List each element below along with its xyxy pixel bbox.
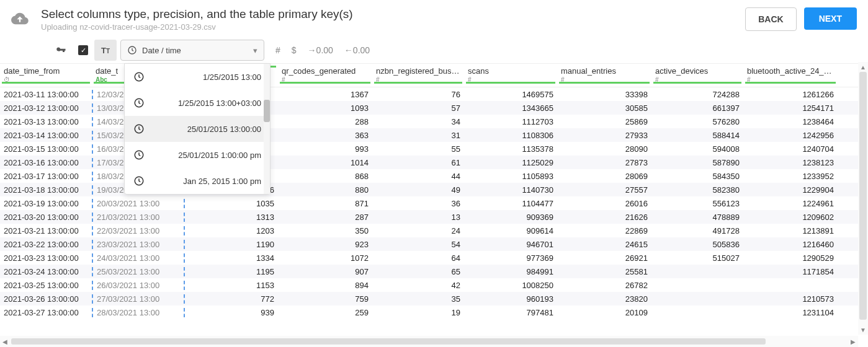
cell: 2021-03-15 13:00:00 [0,144,92,154]
wizard-buttons: BACK NEXT [745,7,857,31]
cell: 1224961 [743,199,838,208]
back-button[interactable]: BACK [745,7,796,31]
cell: 1238123 [743,158,838,167]
cell: 661397 [651,103,743,113]
cell: 25/03/2021 13:00 [92,267,185,276]
table-row: 2021-03-19 13:00:0020/03/2021 13:0010358… [0,196,868,210]
cell: 1153 [185,281,278,290]
key-icon[interactable] [50,40,72,61]
cell: 24 [372,226,464,235]
cell: 49 [372,185,464,195]
cell: 1240704 [743,144,838,154]
next-button[interactable]: NEXT [804,7,857,30]
dropdown-scrollbar[interactable] [264,64,270,194]
cell: 42 [372,281,464,290]
cell: 61 [372,158,464,167]
column-type-dropdown[interactable]: Date / time ▾ [120,40,264,61]
cell: 27/03/2021 13:00 [92,294,185,304]
cell: 478889 [651,213,743,222]
cell: 44 [372,172,464,181]
cell: 288 [278,117,372,126]
cell: 30585 [557,103,651,113]
cell: 21626 [557,213,651,222]
cell: 13 [372,213,464,222]
cell: 1035 [185,199,278,208]
type-number[interactable]: # [275,45,280,55]
cell: 28090 [557,144,651,154]
cell: 797481 [464,308,557,317]
clock-icon [127,45,137,55]
table-row: 2021-03-22 13:00:0023/03/2021 13:0011909… [0,237,868,251]
cell: 1254171 [743,103,838,113]
cell: 28/03/2021 13:00 [92,308,185,317]
cell: 26782 [557,281,651,290]
cell: 65 [372,267,464,276]
datetime-format-option[interactable]: 1/25/2015 13:00+03:00 [125,90,270,116]
cell: 1072 [278,253,372,263]
cell: 2021-03-27 13:00:00 [0,308,92,317]
cell: 2021-03-17 13:00:00 [0,172,92,181]
format-label: 25/01/2015 1:00:00 pm [153,151,261,160]
cell: 363 [278,131,372,140]
datetime-format-option[interactable]: Jan 25, 2015 1:00 pm [125,168,270,194]
cell: 1140730 [464,185,557,195]
format-label: 1/25/2015 13:00+03:00 [153,99,261,108]
cell: 31 [372,131,464,140]
cell: 36 [372,199,464,208]
datetime-format-menu[interactable]: 1/25/2015 13:001/25/2015 13:00+03:0025/0… [124,63,271,195]
datetime-format-option[interactable]: 25/01/2015 1:00:00 pm [125,142,270,168]
column-header[interactable]: bluetooth_active_24_hr_# [743,66,838,83]
text-case-toggle[interactable]: TT [94,40,117,61]
column-header[interactable]: nzbn_registered_busine# [372,66,464,83]
cell: 868 [278,172,372,181]
cell: 2021-03-13 13:00:00 [0,117,92,126]
clock-icon [133,149,145,160]
cell: 2021-03-12 13:00:00 [0,103,92,113]
cell: 582380 [651,185,743,195]
cell: 587890 [651,158,743,167]
cell: 491728 [651,226,743,235]
column-header[interactable]: scans# [464,66,557,83]
cell: 22/03/2021 13:00 [92,226,185,235]
cell: 2021-03-25 13:00:00 [0,281,92,290]
cell: 1093 [278,103,372,113]
cell: 977369 [464,253,557,263]
cell: 2021-03-23 13:00:00 [0,253,92,263]
table-row: 2021-03-27 13:00:0028/03/2021 13:0093925… [0,305,868,319]
type-decimal-right[interactable]: →0.00 [308,45,333,55]
datetime-format-option[interactable]: 25/01/2015 13:00:00 [125,116,270,142]
cell: 259 [278,308,372,317]
cell: 2021-03-18 13:00:00 [0,185,92,195]
vertical-scrollbar[interactable]: ▲ ▼ [858,62,868,335]
cell: 2021-03-16 13:00:00 [0,158,92,167]
cell: 1216460 [743,240,838,249]
type-decimal-left[interactable]: ←0.00 [344,45,370,55]
cell: 25869 [557,117,651,126]
cell: 1229904 [743,185,838,195]
datetime-format-option[interactable]: 1/25/2015 13:00 [125,64,270,90]
horizontal-scrollbar[interactable]: ◀ ▶ [0,336,858,347]
table-row: 2021-03-20 13:00:0021/03/2021 13:0013132… [0,210,868,224]
cell: 1190 [185,240,278,249]
cell: 880 [278,185,372,195]
cell: 25581 [557,267,651,276]
column-header[interactable]: qr_codes_generated# [278,66,372,83]
cell: 584350 [651,172,743,181]
table-row: 2021-03-26 13:00:0027/03/2021 13:0077275… [0,292,868,305]
cell: 1195 [185,267,278,276]
cell: 2021-03-11 13:00:00 [0,90,92,99]
column-header[interactable]: manual_entries# [557,66,651,83]
cell: 1213891 [743,226,838,235]
column-header[interactable]: date_time_from⏱ [0,66,92,83]
cell: 24/03/2021 13:00 [92,253,185,263]
cell: 1171854 [743,267,838,276]
chevron-down-icon: ▾ [253,46,257,55]
cell: 26016 [557,199,651,208]
include-checkbox[interactable]: ✓ [72,40,94,61]
cell: 2021-03-21 13:00:00 [0,226,92,235]
cell: 1242956 [743,131,838,140]
column-header[interactable]: active_devices# [651,66,743,83]
cell: 1238464 [743,117,838,126]
cell: 1135378 [464,144,557,154]
type-currency[interactable]: $ [292,45,297,55]
